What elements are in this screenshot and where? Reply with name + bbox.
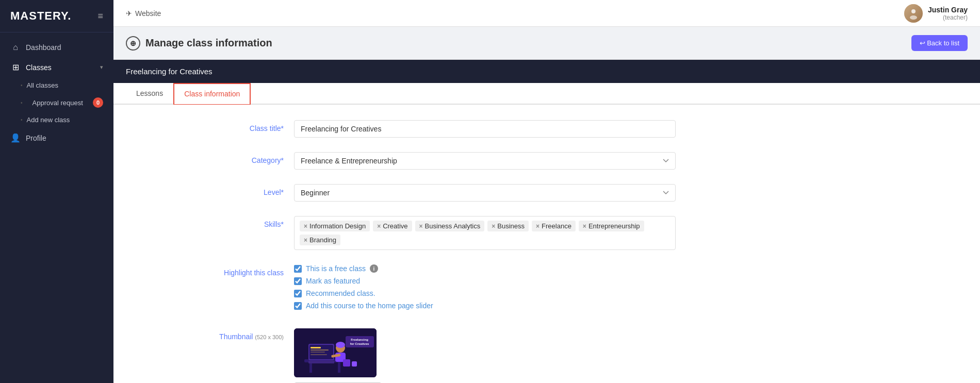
- recommended-checkbox[interactable]: [294, 290, 302, 297]
- info-icon: i: [370, 264, 378, 273]
- sidebar-item-classes[interactable]: ⊞ Classes ▾: [0, 57, 113, 77]
- classes-arrow: ▾: [100, 64, 103, 71]
- skill-tag: ×Creative: [373, 221, 412, 231]
- skill-label: Branding: [309, 236, 336, 244]
- sidebar-item-dashboard[interactable]: ⌂ Dashboard: [0, 38, 113, 57]
- topbar: ✈ Website Justin Gray (teacher): [113, 0, 980, 27]
- skill-remove-icon[interactable]: ×: [419, 223, 423, 230]
- svg-rect-17: [343, 359, 350, 367]
- skills-field: ×Information Design×Creative×Business An…: [294, 216, 676, 250]
- skill-tag: ×Business: [487, 221, 529, 231]
- user-name: Justin Gray: [928, 6, 968, 14]
- sidebar-item-approval-request[interactable]: Approval request 0: [0, 93, 113, 112]
- recommended-label[interactable]: Recommended class.: [306, 289, 375, 297]
- class-title-label: Class title*: [217, 120, 284, 132]
- svg-rect-12: [311, 354, 327, 355]
- back-to-list-button[interactable]: ↩ Back to list: [911, 35, 968, 51]
- skill-tag: ×Entrepreneurship: [579, 221, 644, 231]
- checkbox-featured: Mark as featured: [294, 277, 676, 285]
- sidebar-item-add-new-class[interactable]: Add new class: [0, 112, 113, 128]
- classes-icon: ⊞: [10, 62, 21, 72]
- checkbox-recommended: Recommended class.: [294, 289, 676, 297]
- class-title-field: [294, 120, 676, 138]
- skill-label: Business Analytics: [425, 222, 481, 230]
- svg-rect-11: [311, 352, 325, 353]
- category-select[interactable]: Freelance & Entrepreneurship Design Busi…: [294, 152, 676, 170]
- plane-icon: ✈: [126, 9, 132, 18]
- user-info: Justin Gray (teacher): [928, 6, 968, 21]
- manage-icon: ⊕: [126, 36, 140, 51]
- approval-badge: 0: [93, 97, 103, 108]
- skills-container[interactable]: ×Information Design×Creative×Business An…: [294, 216, 676, 250]
- highlight-row: Highlight this class This is a free clas…: [217, 264, 959, 314]
- level-label: Level*: [217, 184, 284, 196]
- category-row: Category* Freelance & Entrepreneurship D…: [217, 152, 959, 170]
- svg-point-14: [336, 342, 345, 348]
- slider-label[interactable]: Add this course to the home page slider: [306, 302, 433, 310]
- skill-remove-icon[interactable]: ×: [536, 223, 540, 230]
- skill-remove-icon[interactable]: ×: [583, 223, 586, 230]
- level-row: Level* Beginner Intermediate Advanced: [217, 184, 959, 202]
- free-class-checkbox[interactable]: [294, 265, 302, 273]
- skill-remove-icon[interactable]: ×: [304, 223, 307, 230]
- class-panel: Freelancing for Creatives: [113, 60, 980, 83]
- skill-label: Information Design: [309, 222, 366, 230]
- skill-tag: ×Business Analytics: [415, 221, 485, 231]
- skill-label: Business: [497, 222, 525, 230]
- sidebar-item-classes-label: Classes: [26, 63, 95, 72]
- website-link[interactable]: Website: [135, 9, 161, 18]
- page-title-text: Manage class information: [145, 37, 272, 49]
- svg-rect-9: [311, 347, 321, 348]
- avatar-image: [904, 4, 923, 23]
- skill-label: Entrepreneurship: [589, 222, 640, 230]
- sidebar-item-label: Dashboard: [26, 43, 103, 52]
- hamburger-icon[interactable]: ≡: [97, 11, 103, 22]
- tab-lessons[interactable]: Lessons: [126, 83, 173, 105]
- sidebar-logo: MASTERY. ≡: [0, 0, 113, 32]
- dashboard-icon: ⌂: [10, 43, 21, 52]
- class-panel-name: Freelancing for Creatives: [126, 67, 213, 76]
- sidebar: MASTERY. ≡ ⌂ Dashboard ⊞ Classes ▾ All c…: [0, 0, 113, 383]
- tabs-bar: Lessons Class information: [113, 83, 980, 105]
- level-select[interactable]: Beginner Intermediate Advanced: [294, 184, 676, 202]
- svg-point-0: [911, 9, 916, 13]
- skill-tag: ×Freelance: [532, 221, 576, 231]
- featured-checkbox[interactable]: [294, 277, 302, 285]
- skill-label: Freelance: [542, 222, 571, 230]
- topbar-left: ✈ Website: [126, 9, 161, 18]
- profile-label: Profile: [26, 134, 103, 142]
- level-field: Beginner Intermediate Advanced: [294, 184, 676, 202]
- svg-rect-18: [352, 361, 357, 367]
- svg-point-1: [910, 15, 917, 20]
- svg-text:for Creatives: for Creatives: [350, 342, 369, 345]
- highlight-field: This is a free class i Mark as featured …: [294, 264, 676, 314]
- thumbnail-size: (520 x 300): [255, 334, 284, 340]
- all-classes-label: All classes: [27, 81, 58, 89]
- thumbnail-field: Freelancing for Creatives Select a class…: [294, 328, 676, 383]
- svg-rect-2: [294, 328, 377, 377]
- free-class-label[interactable]: This is a free class: [306, 264, 366, 273]
- thumbnail-label: Thumbnail (520 x 300): [217, 328, 284, 341]
- profile-icon: 👤: [10, 133, 21, 143]
- skill-remove-icon[interactable]: ×: [377, 223, 381, 230]
- category-field: Freelance & Entrepreneurship Design Busi…: [294, 152, 676, 170]
- main-content: ✈ Website Justin Gray (teacher) ⊕: [113, 0, 980, 383]
- topbar-right: Justin Gray (teacher): [904, 4, 968, 23]
- skill-remove-icon[interactable]: ×: [492, 223, 495, 230]
- skill-label: Creative: [383, 222, 407, 230]
- class-title-input[interactable]: [294, 120, 676, 138]
- category-label: Category*: [217, 152, 284, 164]
- skill-tag: ×Branding: [300, 235, 340, 245]
- featured-label[interactable]: Mark as featured: [306, 277, 360, 285]
- slider-checkbox[interactable]: [294, 302, 302, 310]
- thumbnail-row: Thumbnail (520 x 300): [217, 328, 959, 383]
- sidebar-nav: ⌂ Dashboard ⊞ Classes ▾ All classes Appr…: [0, 32, 113, 383]
- sidebar-item-all-classes[interactable]: All classes: [0, 77, 113, 93]
- tab-class-information[interactable]: Class information: [173, 83, 251, 105]
- thumbnail-preview: Freelancing for Creatives: [294, 328, 377, 377]
- page-header: ⊕ Manage class information ↩ Back to lis…: [113, 27, 980, 60]
- approval-request-label: Approval request: [32, 99, 83, 107]
- skill-remove-icon[interactable]: ×: [304, 237, 307, 244]
- sidebar-item-profile[interactable]: 👤 Profile: [0, 128, 113, 148]
- class-title-row: Class title*: [217, 120, 959, 138]
